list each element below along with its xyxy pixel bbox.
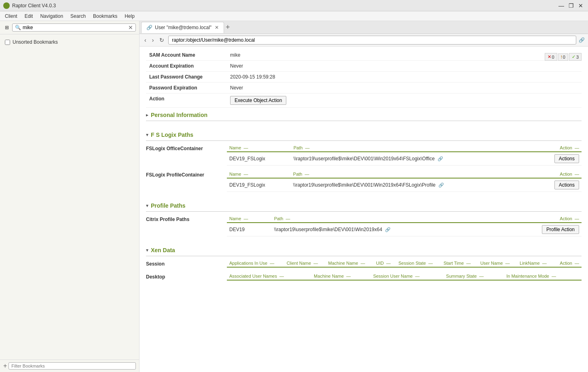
tab-user[interactable]: 🔗 User "mike@trdemo.local" ✕ xyxy=(141,22,224,33)
office-container-action-cell: Actions xyxy=(535,152,582,166)
back-button[interactable]: ‹ xyxy=(143,36,148,44)
desktop-content: Associated User Names — Machine Name — S… xyxy=(227,272,582,281)
citrix-profile-header-row: Name — Path — Action — xyxy=(227,215,582,223)
prop-account-exp: Account Expiration Never xyxy=(146,61,582,72)
menu-bookmarks[interactable]: Bookmarks xyxy=(90,13,121,20)
desktop-col-machine: Machine Name — xyxy=(311,272,371,280)
menu-navigation[interactable]: Navigation xyxy=(37,13,66,20)
app-title: Raptor Client V4.0.3 xyxy=(12,3,56,9)
content-area: 🔗 User "mike@trdemo.local" ✕ + ‹ › ↻ 🔗 ✕… xyxy=(140,21,588,372)
citrix-profile-col-name: Name — xyxy=(227,215,272,223)
unsorted-bookmarks-item[interactable]: Unsorted Bookmarks xyxy=(3,38,136,47)
restore-button[interactable]: ❐ xyxy=(567,2,575,10)
office-container-path: \\raptor19\userprofile$\mike\DEV\001\Win… xyxy=(291,152,535,166)
desktop-col-users: Associated User Names — xyxy=(227,272,311,280)
personal-info-chevron: ▸ xyxy=(146,112,148,118)
profile-container-path: \\raptor19\userprofile$\mike\DEV\001\Win… xyxy=(291,178,535,192)
office-container-row: FSLogix OfficeContainer Name — Path — Ac… xyxy=(146,144,582,166)
office-container-col-action: Action — xyxy=(535,144,582,152)
desktop-row: Desktop Associated User Names — Machine … xyxy=(146,272,582,281)
title-bar: Raptor Client V4.0.3 — ❐ ✕ xyxy=(0,0,588,11)
xen-data-section: ▾ Xen Data Session Applications In Use — xyxy=(146,243,582,281)
office-container-label: FSLogix OfficeContainer xyxy=(146,144,227,166)
search-clear-icon[interactable]: ✕ xyxy=(128,25,133,30)
refresh-button[interactable]: ↻ xyxy=(158,36,166,44)
title-bar-controls[interactable]: — ❐ ✕ xyxy=(557,2,585,10)
menu-help[interactable]: Help xyxy=(121,13,138,20)
prop-sam-label: SAM Account Name xyxy=(146,50,227,61)
menu-edit[interactable]: Edit xyxy=(21,13,36,20)
session-col-action: Action — xyxy=(554,259,582,267)
citrix-profile-path: \\raptor19\userprofile$\mike\DEV\001\Win… xyxy=(272,223,502,236)
xen-data-chevron: ▾ xyxy=(146,247,148,253)
citrix-profile-content: Name — Path — Action — DEV19 xyxy=(227,215,582,236)
xen-data-divider xyxy=(146,256,582,256)
profile-paths-header[interactable]: ▾ Profile Paths xyxy=(146,198,582,211)
forward-button[interactable]: › xyxy=(150,36,156,44)
profile-paths-chevron: ▾ xyxy=(146,203,148,208)
office-path-link-icon[interactable]: 🔗 xyxy=(438,156,443,161)
bookmark-label: Unsorted Bookmarks xyxy=(13,39,58,45)
close-button[interactable]: ✕ xyxy=(577,2,585,10)
success-badge: ✓ 3 xyxy=(569,53,582,61)
menu-search[interactable]: Search xyxy=(67,13,89,20)
office-container-content: Name — Path — Action — DEV19_FSLogix xyxy=(227,144,582,166)
personal-info-divider xyxy=(146,121,582,121)
properties-table: SAM Account Name mike Account Expiration… xyxy=(146,50,582,108)
session-col-uid: UID — xyxy=(374,259,396,267)
prop-sam-value: mike xyxy=(227,50,582,61)
session-content: Applications In Use — Client Name — Mach… xyxy=(227,259,582,268)
session-col-start: Start Time — xyxy=(441,259,478,267)
filter-bookmarks-input[interactable] xyxy=(8,362,136,370)
search-input[interactable] xyxy=(23,25,127,30)
grid-icon[interactable]: ⊞ xyxy=(3,24,11,31)
profile-paths-title: Profile Paths xyxy=(151,202,186,209)
search-icon: 🔍 xyxy=(15,25,21,30)
fslogix-chevron: ▾ xyxy=(146,132,148,138)
page-content: ✕ 0 ! 0 ✓ 3 SAM Acc xyxy=(140,47,588,372)
office-container-name: DEV19_FSLogix xyxy=(227,152,291,166)
add-bookmark-button[interactable]: + xyxy=(3,362,7,370)
fslogix-header[interactable]: ▾ F S Logix Paths xyxy=(146,128,582,140)
page-inner: ✕ 0 ! 0 ✓ 3 SAM Acc xyxy=(140,50,588,293)
sidebar: ⊞ 🔍 ✕ Unsorted Bookmarks + xyxy=(0,21,140,372)
new-tab-button[interactable]: + xyxy=(226,23,230,32)
profile-action-button[interactable]: Profile Action xyxy=(542,225,579,234)
profile-container-col-name: Name — xyxy=(227,170,291,178)
app-icon xyxy=(3,2,10,9)
session-header-row: Applications In Use — Client Name — Mach… xyxy=(227,259,582,267)
session-row: Session Applications In Use — Client Nam… xyxy=(146,259,582,268)
sidebar-content: Unsorted Bookmarks xyxy=(0,34,139,359)
session-col-user: User Name — xyxy=(478,259,517,267)
profile-container-row: FSLogix ProfileContainer Name — Path — A… xyxy=(146,170,582,192)
profile-container-table: Name — Path — Action — DEV19_FSLogix xyxy=(227,170,582,192)
profile-container-actions-button[interactable]: Actions xyxy=(554,181,579,189)
profile-paths-divider xyxy=(146,211,582,212)
personal-info-section: ▸ Personal Information xyxy=(146,108,582,121)
desktop-col-summary: Summary State — xyxy=(444,272,504,280)
xen-data-header[interactable]: ▾ Xen Data xyxy=(146,243,582,256)
desktop-header-row: Associated User Names — Machine Name — S… xyxy=(227,272,582,280)
session-col-client: Client Name — xyxy=(284,259,326,267)
tab-label: User "mike@trdemo.local" xyxy=(155,25,212,30)
address-input[interactable] xyxy=(168,36,576,45)
minimize-button[interactable]: — xyxy=(557,2,565,10)
link-copy-icon[interactable]: 🔗 xyxy=(579,37,585,43)
menu-client[interactable]: Client xyxy=(2,13,21,20)
personal-info-header[interactable]: ▸ Personal Information xyxy=(146,108,582,121)
profile-path-link-icon[interactable]: 🔗 xyxy=(438,183,444,187)
prop-last-pw: Last Password Change 2020-09-15 19:59:28 xyxy=(146,72,582,83)
citrix-path-link-icon[interactable]: 🔗 xyxy=(385,227,391,232)
error-badge-count: 0 xyxy=(552,55,554,60)
prop-pw-exp-label: Password Expiration xyxy=(146,83,227,94)
tab-close-button[interactable]: ✕ xyxy=(215,25,219,30)
office-container-actions-button[interactable]: Actions xyxy=(554,154,579,163)
office-container-col-path: Path — xyxy=(291,144,535,152)
warning-badge-icon: ! xyxy=(561,55,562,60)
citrix-profile-label: Citrix Profile Paths xyxy=(146,215,227,236)
sidebar-search-bar: ⊞ 🔍 ✕ xyxy=(0,21,139,34)
execute-object-action-button[interactable]: Execute Object Action xyxy=(230,96,286,105)
profile-container-name: DEV19_FSLogix xyxy=(227,178,291,192)
office-container-header-row: Name — Path — Action — xyxy=(227,144,582,152)
bookmark-checkbox[interactable] xyxy=(5,40,10,45)
